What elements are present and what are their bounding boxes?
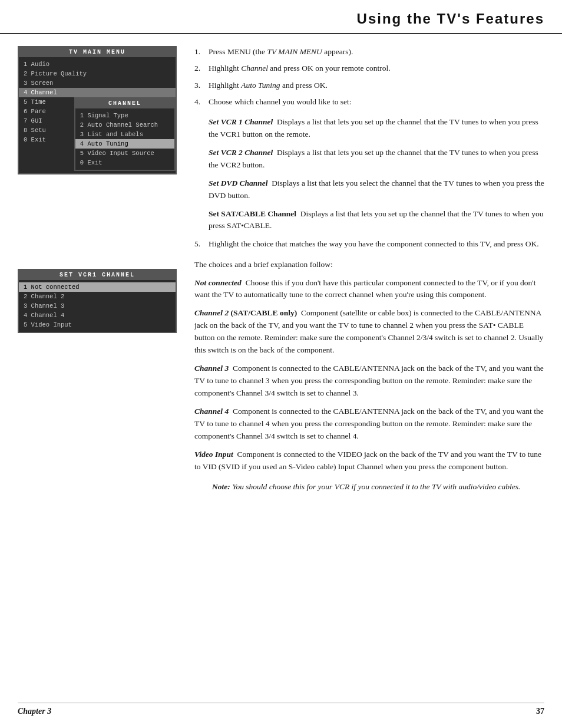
- step-5: 5. Highlight the choice that matches the…: [194, 238, 544, 250]
- desc-vcr1: Set VCR 1 Channel Displays a list that l…: [209, 116, 544, 141]
- menu-item-picture: 2 Picture Quality: [19, 69, 176, 78]
- step-1: 1. Press MENU (the TV MAIN MENU appears)…: [194, 46, 544, 58]
- steps-list: 1. Press MENU (the TV MAIN MENU appears)…: [194, 46, 544, 108]
- term-dvd: Set DVD Channel: [209, 179, 268, 187]
- menu-item-exit-main: 0 Exit: [19, 135, 51, 144]
- page-footer: Chapter 3 37: [18, 703, 544, 716]
- submenu-list-labels: 3 List and Labels: [75, 130, 174, 139]
- term-ch2: Channel 2: [194, 308, 229, 317]
- menu-item-time: 5 Time: [19, 97, 51, 107]
- vcr1-menu-body: 1 Not connected 2 Channel 2 3 Channel 3 …: [19, 280, 176, 332]
- tv-menu-section: TV MAIN MENU 1 Audio 2 Picture Quality 3…: [18, 46, 177, 174]
- desc-dvd: Set DVD Channel Displays a list that let…: [209, 177, 544, 202]
- right-column: 1. Press MENU (the TV MAIN MENU appears)…: [189, 46, 544, 493]
- term-ch3: Channel 3: [194, 364, 229, 373]
- left-column: TV MAIN MENU 1 Audio 2 Picture Quality 3…: [18, 46, 177, 493]
- vcr-item-ch4: 4 Channel 4: [19, 311, 176, 320]
- channel-submenu-body: 1 Signal Type 2 Auto Channel Search 3 Li…: [75, 108, 174, 170]
- vcr-item-video-input: 5 Video Input: [19, 320, 176, 330]
- choice-ch2: Channel 2 (SAT/CABLE only) Component (sa…: [194, 307, 544, 357]
- term-not-connected: Not connected: [194, 278, 242, 287]
- ch2-qualifier: (SAT/CABLE only): [231, 308, 297, 317]
- step-2: 2. Highlight Channel and press OK on you…: [194, 62, 544, 74]
- vcr-item-not-connected: 1 Not connected: [19, 282, 176, 292]
- term-vcr1: Set VCR 1 Channel: [209, 117, 273, 126]
- choices-intro: The choices and a brief explanation foll…: [194, 259, 544, 271]
- tv-main-menu-body: 1 Audio 2 Picture Quality 3 Screen 4 Cha…: [19, 57, 176, 173]
- vcr-item-ch3: 3 Channel 3: [19, 301, 176, 311]
- menu-item-setup: 8 Setu: [19, 126, 51, 135]
- menu-item-parent: 6 Pare: [19, 107, 51, 116]
- submenu-exit: 0 Exit: [75, 158, 174, 167]
- term-sat: Set SAT/CABLE Channel: [209, 209, 296, 218]
- vcr1-channel-menu: SET VCR1 CHANNEL 1 Not connected 2 Chann…: [18, 269, 177, 333]
- note-block: Note: You should choose this for your VC…: [194, 481, 544, 493]
- menu-item-audio: 1 Audio: [19, 60, 176, 69]
- menu-item-screen: 3 Screen: [19, 78, 176, 88]
- tv-main-menu: TV MAIN MENU 1 Audio 2 Picture Quality 3…: [18, 46, 177, 174]
- menu-item-guide: 7 GUI: [19, 116, 51, 126]
- submenu-auto-channel: 2 Auto Channel Search: [75, 120, 174, 130]
- vcr-item-ch2: 2 Channel 2: [19, 292, 176, 301]
- choice-ch3: Channel 3 Component is connected to the …: [194, 363, 544, 400]
- tv-main-menu-title: TV MAIN MENU: [19, 47, 176, 57]
- step-3: 3. Highlight Auto Tuning and press OK.: [194, 80, 544, 91]
- vcr1-menu-title: SET VCR1 CHANNEL: [19, 270, 176, 280]
- channel-submenu-title: CHANNEL: [75, 98, 174, 108]
- term-vcr2: Set VCR 2 Channel: [209, 148, 273, 157]
- step-4: 4. Choose which channel you would like t…: [194, 96, 544, 108]
- note-label: Note:: [212, 482, 230, 491]
- step5-list: 5. Highlight the choice that matches the…: [194, 238, 544, 250]
- desc-sat: Set SAT/CABLE Channel Displays a list th…: [209, 208, 544, 233]
- term-ch4: Channel 4: [194, 407, 229, 416]
- vcr-menu-section: SET VCR1 CHANNEL 1 Not connected 2 Chann…: [18, 263, 177, 333]
- note-text: You should choose this for your VCR if y…: [232, 482, 520, 491]
- footer-page: 37: [536, 707, 544, 716]
- choice-ch4: Channel 4 Component is connected to the …: [194, 406, 544, 443]
- term-video-input: Video Input: [194, 450, 233, 459]
- choice-video-input: Video Input Component is connected to th…: [194, 449, 544, 473]
- submenu-signal-type: 1 Signal Type: [75, 111, 174, 120]
- submenu-auto-tuning: 4 Auto Tuning: [75, 139, 174, 149]
- channel-choices: Set VCR 1 Channel Displays a list that l…: [194, 116, 544, 232]
- page-header: Using the TV's Features: [0, 0, 562, 34]
- choice-not-connected: Not connected Choose this if you don't h…: [194, 277, 544, 302]
- channel-submenu: CHANNEL 1 Signal Type 2 Auto Channel Sea…: [74, 97, 176, 171]
- desc-vcr2: Set VCR 2 Channel Displays a list that l…: [209, 147, 544, 172]
- submenu-video-input-src: 5 Video Input Source: [75, 149, 174, 158]
- page-title: Using the TV's Features: [18, 11, 544, 27]
- footer-chapter: Chapter 3: [18, 707, 51, 716]
- menu-item-channel: 4 Channel: [19, 88, 176, 97]
